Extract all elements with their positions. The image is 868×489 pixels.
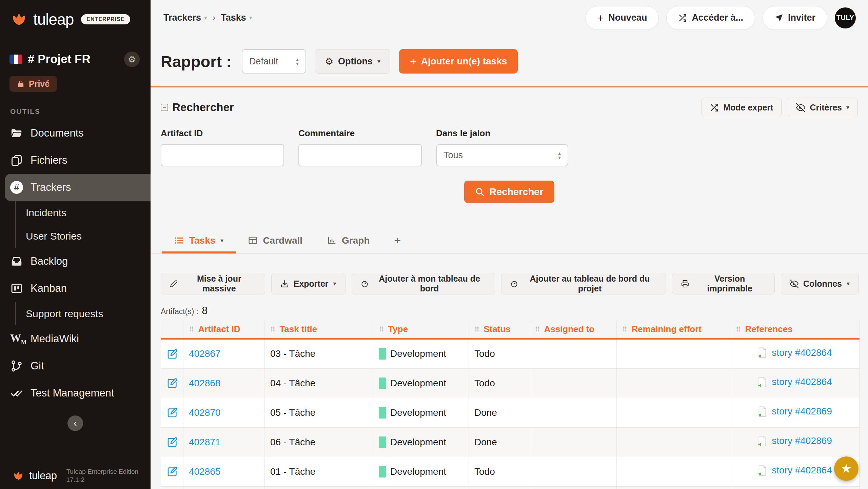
criteria-button[interactable]: Critères ▾ [788, 98, 858, 117]
artifact-id-input[interactable] [161, 144, 284, 166]
main-area: Trackers ▾ › Tasks ▾ + Nouveau Accéder à… [151, 0, 868, 489]
sidebar-item-trackers[interactable]: # Trackers [5, 174, 151, 201]
column-header-artifact-id[interactable]: ⠿Artifact ID [183, 320, 265, 339]
breadcrumb-trackers[interactable]: Trackers ▾ [163, 13, 207, 23]
columns-button[interactable]: Colonnes ▾ [781, 273, 859, 294]
drag-handle-icon[interactable]: ⠿ [622, 326, 627, 333]
column-header-type[interactable]: ⠿Type [373, 320, 469, 339]
references-cell: story #402864 [730, 339, 860, 368]
search-section-title: − Rechercher [161, 101, 234, 114]
pencil-icon [170, 280, 178, 288]
add-to-project-dashboard-button[interactable]: Ajouter au tableau de bord du projet [501, 273, 666, 294]
sidebar-item-mediawiki[interactable]: WM MediaWiki [0, 325, 151, 352]
mass-update-button[interactable]: Mise à jour massive [161, 273, 265, 294]
edit-artifact-button[interactable] [167, 407, 178, 417]
status-cell: Todo [469, 339, 529, 368]
drag-handle-icon[interactable]: ⠿ [189, 326, 194, 333]
status-cell: Done [469, 398, 529, 427]
report-header: Rapport : Default ▴▾ ⚙ Options ▾ + Ajout… [161, 49, 868, 74]
sidebar-item-label: Backlog [31, 255, 68, 267]
artifact-table-body: 402867 03 - Tâche Development Todo story… [161, 339, 860, 489]
story-reference-link[interactable]: story #402869 [772, 406, 832, 417]
git-branch-icon [10, 360, 23, 372]
switch-to-button[interactable]: Accéder à... [666, 6, 755, 30]
sidebar-item-support-requests[interactable]: Support requests [0, 302, 151, 325]
cardwall-grid-icon [248, 236, 258, 245]
sidebar-item-label: Git [31, 360, 44, 372]
privacy-badge: Privé [9, 76, 57, 92]
tab-cardwall[interactable]: Cardwall [236, 229, 315, 253]
edit-artifact-button[interactable] [167, 466, 178, 476]
artifact-id-link[interactable]: 402868 [189, 378, 220, 388]
export-button[interactable]: Exporter ▾ [271, 273, 346, 294]
caret-down-icon: ▾ [846, 104, 849, 111]
story-reference-link[interactable]: story #402864 [772, 376, 832, 387]
edit-artifact-button[interactable] [167, 348, 178, 359]
edit-artifact-button[interactable] [167, 378, 178, 388]
sidebar-item-incidents[interactable]: Incidents [0, 201, 151, 224]
graph-chart-icon [327, 236, 337, 245]
sidebar-item-label: Documents [31, 127, 84, 139]
type-color-chip [379, 407, 386, 419]
sidebar-footer: tuleap Tuleap Enterprise Edition 17.1-2 [12, 468, 138, 484]
report-options-button[interactable]: ⚙ Options ▾ [315, 49, 390, 74]
column-header-status[interactable]: ⠿Status [469, 320, 529, 339]
milestone-select[interactable]: Tous ▴▾ [436, 144, 568, 166]
caret-down-icon: ▾ [220, 237, 223, 244]
drag-handle-icon[interactable]: ⠿ [474, 326, 479, 333]
drag-handle-icon[interactable]: ⠿ [535, 326, 540, 333]
type-color-chip [379, 466, 386, 477]
star-icon: ★ [841, 462, 852, 476]
printable-version-button[interactable]: Version imprimable [672, 273, 775, 294]
task-title-cell: 01 - Tâche [265, 457, 373, 486]
add-to-my-dashboard-button[interactable]: Ajouter à mon tableau de bord [352, 273, 495, 294]
report-select[interactable]: Default ▴▾ [242, 49, 306, 74]
tab-graph[interactable]: Graph [315, 229, 382, 253]
story-reference-link[interactable]: story #402864 [772, 347, 832, 358]
story-reference-link[interactable]: story #402864 [772, 465, 832, 476]
column-header-remaining-effort[interactable]: ⠿Remaining effort [617, 320, 730, 339]
tools-section-label: OUTILS [10, 107, 151, 116]
edit-pencil-icon [167, 378, 178, 389]
references-cell: story #402869 [730, 398, 860, 427]
drag-handle-icon[interactable]: ⠿ [379, 326, 384, 333]
sidebar-collapse-button[interactable]: ‹ [67, 415, 83, 431]
sidebar-item-git[interactable]: Git [0, 352, 151, 380]
column-header-references[interactable]: ⠿References [730, 320, 860, 339]
remaining-effort-cell [617, 457, 730, 486]
artifact-id-link[interactable]: 402865 [189, 466, 220, 477]
breadcrumb-tasks[interactable]: Tasks ▾ [221, 13, 252, 23]
new-button[interactable]: + Nouveau [586, 6, 659, 30]
sidebar: tuleap ENTERPRISE # Projet FR ⚙ Privé OU… [0, 0, 151, 489]
comment-input[interactable] [298, 144, 422, 166]
drag-handle-icon[interactable]: ⠿ [736, 326, 741, 333]
edit-artifact-button[interactable] [167, 436, 178, 447]
star-fab-button[interactable]: ★ [834, 456, 859, 481]
artifact-id-link[interactable]: 402867 [189, 348, 220, 359]
add-artifact-button[interactable]: + Ajouter un(e) tasks [399, 49, 518, 74]
sidebar-item-fichiers[interactable]: Fichiers [0, 147, 151, 174]
sidebar-item-kanban[interactable]: Kanban [0, 275, 151, 302]
user-avatar[interactable]: TULY [835, 7, 856, 28]
column-header-assigned-to[interactable]: ⠿Assigned to [529, 320, 617, 339]
footer-logo-text: tuleap [29, 470, 57, 482]
drag-handle-icon[interactable]: ⠿ [270, 326, 275, 333]
sidebar-item-documents[interactable]: Documents [0, 120, 151, 147]
project-settings-button[interactable]: ⚙ [124, 52, 140, 67]
story-reference-link[interactable]: story #402869 [772, 435, 832, 446]
eye-slash-icon [790, 280, 798, 288]
list-icon [174, 236, 184, 245]
search-submit-button[interactable]: Rechercher [464, 181, 554, 203]
tab-tasks[interactable]: Tasks ▾ [162, 229, 236, 253]
sidebar-item-test-management[interactable]: Test Management [0, 380, 151, 407]
expert-mode-button[interactable]: Mode expert [701, 98, 782, 117]
artifact-id-link[interactable]: 402870 [189, 407, 220, 418]
column-header-task-title[interactable]: ⠿Task title [265, 320, 373, 339]
sidebar-item-backlog[interactable]: Backlog [0, 248, 151, 275]
collapse-section-icon[interactable]: − [161, 104, 168, 111]
artifact-id-link[interactable]: 402871 [189, 437, 220, 447]
invite-button[interactable]: Inviter [763, 6, 827, 30]
sidebar-item-user-stories[interactable]: User Stories [0, 224, 151, 248]
tab-add-renderer[interactable]: + [382, 229, 413, 253]
inbox-icon [10, 255, 23, 268]
